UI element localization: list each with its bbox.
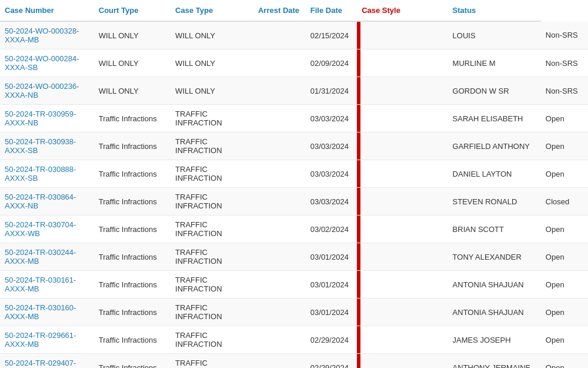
case-number-cell: 50-2024-TR-030864-AXXX-NB: [0, 188, 94, 216]
case-style-cell: GORDON W SR: [448, 77, 541, 105]
status-cell: Non-SRS: [541, 21, 588, 49]
case-number-cell: 50-2024-TR-030938-AXXX-SB: [0, 132, 94, 160]
status-cell: Open: [541, 216, 588, 243]
red-bar: [357, 132, 360, 160]
table-row: 50-2024-TR-029661-AXXX-MBTraffic Infract…: [0, 326, 588, 354]
arrest-date-cell: [253, 160, 306, 188]
case-number-link[interactable]: 50-2024-TR-030160-AXXX-MB: [5, 303, 76, 321]
status-cell: Open: [541, 326, 588, 354]
red-bar-cell: [357, 299, 447, 326]
case-number-cell: 50-2024-WO-000236-XXXA-NB: [0, 77, 94, 105]
col-header-case-number[interactable]: Case Number: [0, 0, 94, 21]
table-row: 50-2024-WO-000328-XXXA-MBWILL ONLYWILL O…: [0, 21, 588, 49]
court-type-cell: Traffic Infractions: [94, 188, 171, 216]
file-date-cell: 03/03/2024: [306, 188, 357, 216]
table-row: 50-2024-WO-000284-XXXA-SBWILL ONLYWILL O…: [0, 49, 588, 77]
status-cell: Open: [541, 299, 588, 326]
status-cell: Open: [541, 105, 588, 132]
arrest-date-cell: [253, 243, 306, 271]
file-date-cell: 03/03/2024: [306, 160, 357, 188]
case-number-link[interactable]: 50-2024-WO-000236-XXXA-NB: [5, 82, 79, 100]
col-header-arrest-date[interactable]: Arrest Date: [253, 0, 306, 21]
case-number-link[interactable]: 50-2024-TR-030959-AXXX-NB: [5, 110, 76, 127]
case-number-cell: 50-2024-TR-030160-AXXX-MB: [0, 299, 94, 326]
case-style-cell: BRIAN SCOTT: [448, 216, 541, 243]
court-type-cell: Traffic Infractions: [94, 354, 171, 369]
red-bar-cell: [357, 271, 447, 299]
case-table-container: Case Number Court Type Case Type Arrest …: [0, 0, 588, 368]
arrest-date-cell: [253, 21, 306, 49]
col-header-case-style[interactable]: Case Style: [357, 0, 447, 21]
case-number-cell: 50-2024-TR-029661-AXXX-MB: [0, 326, 94, 354]
table-row: 50-2024-TR-029407-AXXX-SBTraffic Infract…: [0, 354, 588, 369]
status-cell: Open: [541, 243, 588, 271]
arrest-date-cell: [253, 299, 306, 326]
status-cell: Open: [541, 271, 588, 299]
red-bar-cell: [357, 105, 447, 132]
red-bar-cell: [357, 216, 447, 243]
red-bar: [357, 216, 360, 243]
file-date-cell: 03/02/2024: [306, 216, 357, 243]
case-number-link[interactable]: 50-2024-TR-030704-AXXX-WB: [5, 220, 76, 238]
red-bar-cell: [357, 326, 447, 354]
red-bar-cell: [357, 77, 447, 105]
file-date-cell: 02/29/2024: [306, 354, 357, 369]
red-bar: [357, 326, 360, 353]
red-bar-cell: [357, 21, 447, 49]
case-number-link[interactable]: 50-2024-TR-030161-AXXX-MB: [5, 276, 76, 293]
file-date-cell: 02/15/2024: [306, 21, 357, 49]
red-bar: [357, 243, 360, 270]
case-number-link[interactable]: 50-2024-WO-000328-XXXA-MB: [5, 26, 79, 44]
col-header-status[interactable]: Status: [448, 0, 541, 21]
case-style-cell: DANIEL LAYTON: [448, 160, 541, 188]
file-date-cell: 02/29/2024: [306, 326, 357, 354]
table-header-row: Case Number Court Type Case Type Arrest …: [0, 0, 588, 21]
case-style-cell: STEVEN RONALD: [448, 188, 541, 216]
case-number-link[interactable]: 50-2024-TR-030888-AXXX-SB: [5, 165, 76, 183]
arrest-date-cell: [253, 105, 306, 132]
case-number-link[interactable]: 50-2024-TR-029661-AXXX-MB: [5, 331, 76, 349]
case-type-cell: TRAFFIC INFRACTION: [171, 271, 253, 299]
case-number-cell: 50-2024-TR-029407-AXXX-SB: [0, 354, 94, 369]
red-bar: [357, 271, 360, 298]
case-type-cell: TRAFFIC INFRACTION: [171, 105, 253, 132]
arrest-date-cell: [253, 326, 306, 354]
col-header-file-date[interactable]: File Date: [306, 0, 357, 21]
arrest-date-cell: [253, 132, 306, 160]
case-type-cell: TRAFFIC INFRACTION: [171, 216, 253, 243]
case-number-link[interactable]: 50-2024-TR-030244-AXXX-MB: [5, 248, 76, 266]
red-bar-cell: [357, 49, 447, 77]
case-number-cell: 50-2024-TR-030244-AXXX-MB: [0, 243, 94, 271]
red-bar-cell: [357, 354, 447, 369]
file-date-cell: 03/01/2024: [306, 271, 357, 299]
table-row: 50-2024-WO-000236-XXXA-NBWILL ONLYWILL O…: [0, 77, 588, 105]
case-number-link[interactable]: 50-2024-TR-030864-AXXX-NB: [5, 193, 76, 210]
col-header-case-type[interactable]: Case Type: [171, 0, 253, 21]
col-header-court-type[interactable]: Court Type: [94, 0, 171, 21]
red-bar: [357, 22, 360, 49]
case-number-link[interactable]: 50-2024-WO-000284-XXXA-SB: [5, 54, 79, 72]
court-type-cell: WILL ONLY: [94, 77, 171, 105]
case-number-link[interactable]: 50-2024-TR-029407-AXXX-SB: [5, 359, 76, 368]
red-bar-cell: [357, 132, 447, 160]
file-date-cell: 03/01/2024: [306, 299, 357, 326]
arrest-date-cell: [253, 216, 306, 243]
red-bar: [357, 188, 360, 215]
case-type-cell: TRAFFIC INFRACTION: [171, 243, 253, 271]
file-date-cell: 02/09/2024: [306, 49, 357, 77]
table-row: 50-2024-TR-030160-AXXX-MBTraffic Infract…: [0, 299, 588, 326]
table-row: 50-2024-TR-030161-AXXX-MBTraffic Infract…: [0, 271, 588, 299]
case-type-cell: TRAFFIC INFRACTION: [171, 188, 253, 216]
case-style-cell: MURLINE M: [448, 49, 541, 77]
case-type-cell: TRAFFIC INFRACTION: [171, 299, 253, 326]
arrest-date-cell: [253, 77, 306, 105]
case-number-cell: 50-2024-WO-000328-XXXA-MB: [0, 21, 94, 49]
arrest-date-cell: [253, 188, 306, 216]
case-type-cell: WILL ONLY: [171, 21, 253, 49]
red-bar-cell: [357, 243, 447, 271]
case-style-cell: JAMES JOSEPH: [448, 326, 541, 354]
case-type-cell: WILL ONLY: [171, 77, 253, 105]
red-bar: [357, 299, 360, 326]
case-number-link[interactable]: 50-2024-TR-030938-AXXX-SB: [5, 137, 76, 155]
case-style-cell: LOUIS: [448, 21, 541, 49]
